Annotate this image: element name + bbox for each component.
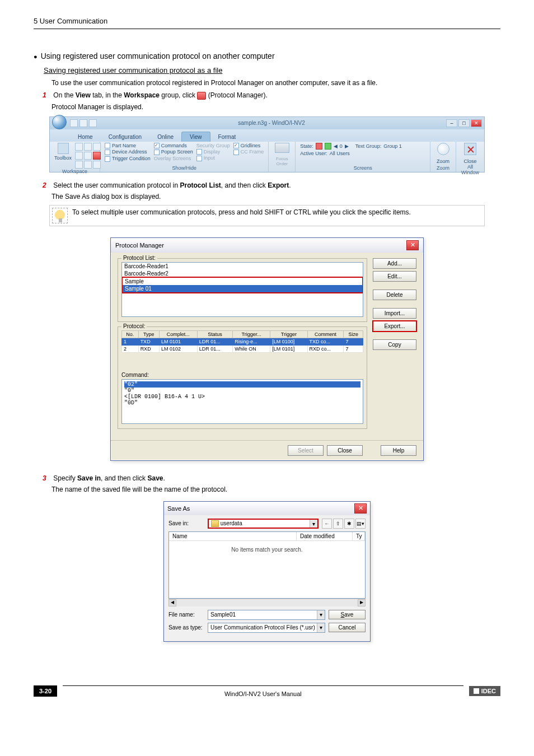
- sd-back-button[interactable]: ←: [322, 519, 332, 529]
- chk-input[interactable]: Input: [196, 155, 230, 161]
- ws-icon-6[interactable]: [93, 152, 101, 160]
- chk-display[interactable]: Display: [196, 149, 230, 155]
- ws-icon-4[interactable]: [75, 152, 83, 160]
- ws-icon-1[interactable]: [75, 143, 83, 151]
- zoom-icon[interactable]: [437, 143, 449, 155]
- folder-icon: [211, 520, 219, 527]
- minimize-button[interactable]: –: [446, 119, 457, 127]
- sd-type-combo[interactable]: User Communication Protocol Files (*.usr…: [208, 623, 325, 633]
- sd-cancel-button[interactable]: Cancel: [329, 623, 366, 632]
- chk-commands[interactable]: ✓Commands: [154, 143, 193, 149]
- pm-add-button[interactable]: Add...: [373, 258, 416, 269]
- chk-devaddr[interactable]: Device Address: [105, 149, 151, 155]
- ws-icon-8[interactable]: [84, 161, 92, 169]
- qat-btn-3[interactable]: [89, 119, 97, 127]
- zoom-label: Zoom: [437, 158, 449, 164]
- ws-icon-2[interactable]: [84, 143, 92, 151]
- sd-col-name[interactable]: Name: [169, 532, 297, 540]
- sd-col-date[interactable]: Date modified: [297, 532, 353, 540]
- dropdown-icon-2[interactable]: ▾: [317, 610, 325, 619]
- chk-popup[interactable]: Popup Screen: [154, 149, 193, 155]
- sd-up-button[interactable]: ⇧: [333, 519, 343, 529]
- state-icon-on[interactable]: [316, 143, 322, 150]
- sd-newfolder-button[interactable]: ✱: [344, 519, 354, 529]
- sd-empty-text: No items match your search.: [169, 541, 365, 558]
- tab-online[interactable]: Online: [149, 132, 181, 142]
- tab-home[interactable]: Home: [70, 132, 101, 142]
- pm-protocol-table[interactable]: No. Type Complet... Status Trigger... Tr…: [121, 330, 363, 353]
- step3-savein: Save in: [77, 474, 101, 482]
- close-window-button[interactable]: ✕: [471, 119, 482, 127]
- close-all-icon[interactable]: [464, 143, 476, 155]
- sd-file-list[interactable]: Name Date modified Ty No items match you…: [168, 531, 366, 599]
- chk-secgroup[interactable]: Security Group: [196, 143, 230, 148]
- pm-select-button[interactable]: Select: [288, 445, 324, 456]
- sd-col-ty[interactable]: Ty: [353, 532, 365, 540]
- pm-edit-button[interactable]: Edit...: [373, 271, 416, 282]
- ws-icon-7[interactable]: [75, 161, 83, 169]
- group-window-label: Window: [461, 170, 480, 175]
- save-as-dialog: Save As ✕ Save in: userdata ▾ ← ⇧ ✱ ▤▾: [163, 501, 371, 642]
- group-zoom-label: Zoom: [435, 165, 451, 171]
- pm-export-button[interactable]: Export...: [373, 321, 416, 332]
- pm-list-item-3[interactable]: Sample 01: [123, 285, 362, 292]
- pm-close-button[interactable]: ✕: [406, 240, 419, 250]
- tab-format[interactable]: Format: [210, 132, 244, 142]
- textgroup-value: Group 1: [383, 143, 402, 149]
- pm-row-1[interactable]: 2RXDLM 0102LDR 01...While ON[LM 0101]RXD…: [122, 345, 363, 352]
- toolbox-label: Toolbox: [54, 155, 72, 161]
- ws-icon-9[interactable]: [93, 161, 101, 169]
- tab-view[interactable]: View: [181, 132, 210, 142]
- step-3-number: 3: [43, 474, 51, 482]
- step1-t1: On the: [53, 91, 75, 99]
- chk-trigcond[interactable]: Trigger Condition: [105, 156, 151, 162]
- group-showhide-label: Show/Hide: [105, 165, 264, 171]
- sd-filename-field[interactable]: Sample01 ▾: [208, 610, 325, 620]
- app-orb[interactable]: [52, 115, 67, 129]
- sd-views-button[interactable]: ▤▾: [355, 519, 366, 529]
- page-footer: 3-20 WindO/I-NV2 User's Manual IDEC: [0, 681, 534, 708]
- pm-help-button[interactable]: Help: [381, 445, 416, 456]
- pm-copy-button[interactable]: Copy: [373, 339, 416, 350]
- dropdown-icon-3[interactable]: ▾: [317, 623, 325, 632]
- tab-configuration[interactable]: Configuration: [101, 132, 149, 142]
- pm-protocol-list[interactable]: Barcode-Reader1 Barcode-Reader2 Sample S…: [121, 262, 363, 317]
- protocol-manager-dialog: Protocol Manager ✕ Protocol List: Barcod…: [110, 237, 424, 461]
- scroll-right-icon[interactable]: ▶: [358, 599, 366, 606]
- sd-savein-value: userdata: [221, 520, 242, 526]
- chapter-header: 5 User Communication: [34, 17, 500, 29]
- pm-close-btn[interactable]: Close: [327, 445, 363, 456]
- step-1-number: 1: [43, 91, 51, 99]
- sd-close-button[interactable]: ✕: [354, 503, 367, 514]
- state-icon-off[interactable]: [325, 143, 331, 150]
- chk-gridlines[interactable]: ✓Gridlines: [233, 143, 264, 149]
- ws-icon-5[interactable]: [84, 152, 92, 160]
- toolbox-button[interactable]: Toolbox: [54, 143, 72, 161]
- chk-ccframe[interactable]: CC Frame: [233, 149, 264, 155]
- pm-list-item-2[interactable]: Sample: [123, 278, 362, 285]
- step1-t2: tab, in the: [91, 91, 124, 99]
- qat-btn-2[interactable]: [79, 119, 87, 127]
- step1-workspace: Workspace: [124, 91, 160, 99]
- pm-delete-button[interactable]: Delete: [373, 290, 416, 300]
- sd-save-button[interactable]: Save: [329, 610, 366, 619]
- sd-h-scrollbar[interactable]: ◀ ▶: [168, 599, 366, 606]
- pm-row-0[interactable]: 1TXDLM 0101LDR 01...Rising-e...[LM 0100]…: [122, 338, 363, 345]
- sd-savein-combo[interactable]: userdata ▾: [208, 519, 318, 529]
- step1-view: View: [76, 91, 91, 99]
- maximize-button[interactable]: □: [458, 119, 470, 127]
- chk-partname[interactable]: Part Name: [105, 143, 151, 149]
- chk-overlay[interactable]: Overlay Screens: [154, 156, 193, 161]
- pm-col-5: Trigger: [270, 330, 307, 338]
- pm-list-item-0[interactable]: Barcode-Reader1: [122, 263, 363, 270]
- state-value: 0: [340, 143, 343, 149]
- focus-order-icon[interactable]: [275, 143, 289, 153]
- pm-import-button[interactable]: Import...: [373, 308, 416, 319]
- pm-cmd-line-0: "02": [124, 381, 360, 388]
- pm-protocol-list-label: Protocol List:: [121, 255, 157, 261]
- qat-btn-1[interactable]: [70, 119, 78, 127]
- dropdown-icon[interactable]: ▾: [310, 520, 317, 528]
- ws-icon-3[interactable]: [93, 143, 101, 151]
- scroll-left-icon[interactable]: ◀: [168, 599, 176, 606]
- pm-command-box[interactable]: "02" "0" <[LDR 0100] B16-A 4 1 U> "0D": [121, 379, 363, 424]
